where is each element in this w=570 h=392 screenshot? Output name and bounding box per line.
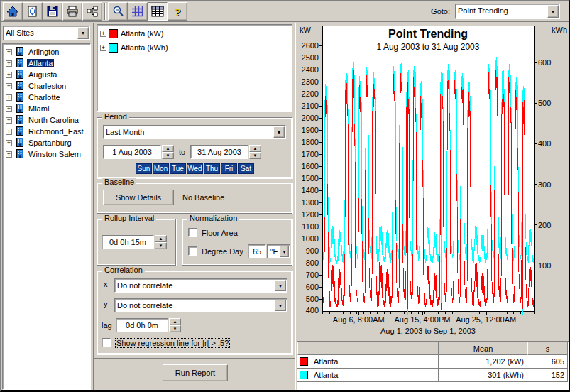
- tree-item[interactable]: +Charlotte: [3, 92, 90, 103]
- tree-item[interactable]: +Atlanta: [3, 58, 90, 69]
- chevron-down-icon[interactable]: ▼: [280, 246, 289, 257]
- tree-item[interactable]: +Arlington: [3, 46, 90, 58]
- grid-button[interactable]: [128, 2, 148, 21]
- period-start-stepper[interactable]: ▲▼: [162, 145, 174, 159]
- left-axis-tick-label: 1700: [297, 150, 319, 158]
- show-details-button[interactable]: Show Details: [103, 190, 174, 205]
- site-tree-button[interactable]: [82, 2, 102, 21]
- expander-icon[interactable]: +: [6, 129, 12, 135]
- spin-up-icon[interactable]: ▲: [155, 235, 167, 242]
- expander-icon[interactable]: +: [6, 140, 12, 146]
- period-preset-dropdown[interactable]: Last Month ▼: [103, 125, 286, 139]
- weekday-toggle-wed[interactable]: Wed: [187, 163, 203, 174]
- spin-down-icon[interactable]: ▼: [162, 152, 174, 159]
- site-label[interactable]: Atlanta: [27, 59, 54, 67]
- goto-dropdown[interactable]: Point Trending ▼: [455, 4, 560, 19]
- print-button[interactable]: [62, 2, 82, 21]
- series-swatch: [109, 43, 118, 53]
- correlation-y-dropdown[interactable]: Do not correlate ▼: [114, 298, 287, 312]
- degree-day-input[interactable]: 65: [248, 244, 266, 258]
- tree-item[interactable]: +Miami: [3, 103, 90, 114]
- expander-icon[interactable]: +: [6, 151, 12, 158]
- weekday-toggle-sun[interactable]: Sun: [136, 163, 152, 174]
- stats-name-cell: Atlanta: [297, 369, 439, 382]
- stats-header-cell[interactable]: s: [527, 342, 568, 355]
- site-label[interactable]: Arlington: [27, 48, 60, 56]
- weekday-toggle-fri[interactable]: Fri: [221, 163, 237, 174]
- home-button[interactable]: [3, 2, 23, 21]
- chevron-down-icon[interactable]: ▼: [547, 5, 559, 18]
- site-label[interactable]: Charlotte: [27, 93, 62, 102]
- expander-icon[interactable]: +: [6, 106, 12, 112]
- correlation-y-value: Do not correlate: [117, 301, 274, 310]
- expander-icon[interactable]: +: [6, 83, 12, 89]
- rollup-interval-input[interactable]: 0d 0h 15m: [102, 235, 154, 249]
- floor-area-checkbox[interactable]: [188, 228, 197, 237]
- period-end-stepper[interactable]: ▲▼: [249, 145, 261, 159]
- stats-header-cell[interactable]: [297, 342, 439, 355]
- save-button[interactable]: [43, 2, 62, 21]
- site-label[interactable]: Spartanburg: [27, 138, 73, 147]
- chevron-down-icon[interactable]: ▼: [275, 300, 286, 311]
- lag-stepper[interactable]: ▲▼: [169, 318, 181, 332]
- spin-up-icon[interactable]: ▲: [249, 145, 261, 152]
- tree-item[interactable]: +Charleston: [3, 80, 90, 92]
- legend-item[interactable]: +Atlanta (kWh): [97, 40, 292, 55]
- period-start-input[interactable]: 1 Aug 2003: [103, 145, 161, 159]
- left-axis-tick-label: 2400: [297, 65, 319, 74]
- site-label[interactable]: Miami: [27, 104, 50, 113]
- period-end-input[interactable]: 31 Aug 2003: [190, 145, 248, 159]
- degree-unit-dropdown[interactable]: °F ▼: [267, 244, 290, 258]
- regression-checkbox[interactable]: [102, 338, 111, 347]
- site-label[interactable]: Winston Salem: [27, 150, 82, 158]
- expander-icon[interactable]: +: [6, 94, 12, 101]
- weekday-toggle-mon[interactable]: Mon: [153, 163, 169, 174]
- spin-up-icon[interactable]: ▲: [162, 145, 174, 152]
- help-button[interactable]: ?: [168, 2, 187, 21]
- lag-input[interactable]: 0d 0h 0m: [116, 318, 168, 332]
- expander-icon[interactable]: +: [100, 31, 106, 37]
- chevron-down-icon[interactable]: ▼: [77, 27, 89, 39]
- degree-day-checkbox[interactable]: [188, 246, 197, 256]
- expander-icon[interactable]: +: [6, 60, 12, 67]
- chevron-down-icon[interactable]: ▼: [275, 280, 286, 291]
- table-button[interactable]: [148, 2, 168, 21]
- left-axis-tick-label: 2000: [297, 114, 319, 122]
- spin-down-icon[interactable]: ▼: [155, 242, 167, 249]
- site-label[interactable]: North Carolina: [27, 116, 80, 124]
- site-label[interactable]: Augusta: [27, 70, 58, 79]
- expander-icon[interactable]: +: [100, 45, 106, 51]
- weekday-toggle-tue[interactable]: Tue: [170, 163, 186, 174]
- spin-down-icon[interactable]: ▼: [249, 152, 261, 159]
- left-axis-tick-label: 1300: [297, 198, 319, 207]
- zoom-button[interactable]: [108, 2, 128, 21]
- left-axis-tick-label: 2200: [297, 89, 319, 98]
- expander-icon[interactable]: +: [6, 117, 12, 124]
- tree-item[interactable]: +Augusta: [3, 69, 90, 80]
- site-filter-dropdown[interactable]: All Sites ▼: [3, 26, 90, 40]
- table-row[interactable]: Atlanta301 (kWh)152: [297, 369, 569, 382]
- left-axis-tick-label: 1400: [297, 186, 319, 195]
- weekday-toggle-sat[interactable]: Sat: [238, 163, 254, 174]
- site-label[interactable]: Richmond_East: [27, 127, 85, 136]
- period-to-label: to: [179, 148, 185, 156]
- run-report-button[interactable]: Run Report: [163, 364, 228, 381]
- stats-header-cell[interactable]: Mean: [439, 342, 527, 355]
- tree-item[interactable]: +North Carolina: [3, 114, 90, 126]
- weekday-toggle-thu[interactable]: Thu: [204, 163, 220, 174]
- tree-item[interactable]: +Winston Salem: [3, 148, 90, 160]
- correlation-x-dropdown[interactable]: Do not correlate ▼: [114, 278, 287, 293]
- rollup-stepper[interactable]: ▲▼: [155, 235, 167, 249]
- tree-item[interactable]: +Richmond_East: [3, 126, 90, 137]
- chevron-down-icon[interactable]: ▼: [273, 126, 285, 138]
- spin-up-icon[interactable]: ▲: [169, 318, 181, 325]
- site-label[interactable]: Charleston: [27, 82, 67, 90]
- expander-icon[interactable]: +: [6, 49, 12, 55]
- toolbar-separator: [104, 3, 106, 20]
- expander-icon[interactable]: +: [6, 72, 12, 78]
- refresh-button[interactable]: [23, 2, 43, 21]
- table-row[interactable]: Atlanta1,202 (kW)605: [297, 355, 569, 369]
- legend-item[interactable]: +Atlanta (kW): [97, 26, 292, 40]
- tree-item[interactable]: +Spartanburg: [3, 137, 90, 148]
- spin-down-icon[interactable]: ▼: [169, 325, 181, 332]
